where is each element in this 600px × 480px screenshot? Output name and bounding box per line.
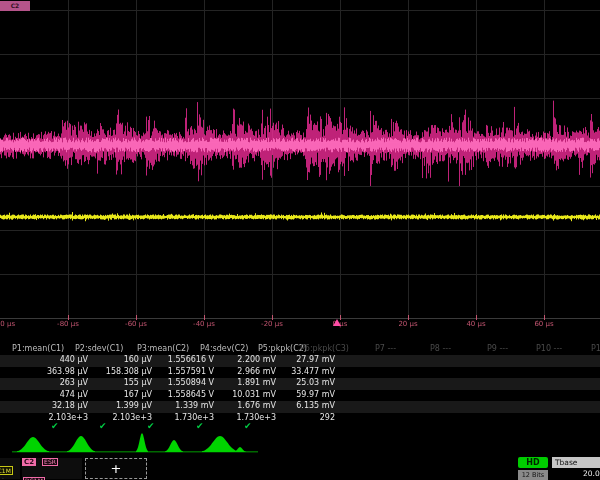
c2-esr-badge: ESR	[42, 458, 58, 466]
oscilloscope-screen: C2 -100 µs-80 µs-60 µs-40 µs-20 µs0 µs20…	[0, 0, 600, 480]
c2-channel-badge: C2	[22, 458, 36, 466]
time-axis-tick-label: -60 µs	[125, 320, 147, 328]
c1-coupling-badge: DC1M	[0, 466, 13, 475]
hd-mode-badge[interactable]: HD	[518, 457, 548, 468]
add-trace-button[interactable]: +	[85, 458, 147, 479]
timebase-descriptor-box[interactable]: Tbase	[552, 457, 600, 468]
c2-descriptor-box[interactable]: C2 ESR DC1M 10.0 mV	[22, 458, 82, 479]
waveform-display[interactable]	[0, 0, 600, 480]
hd-bits-label: 12 Bits	[518, 470, 548, 480]
c2-badge-row: C2 ESR DC1M	[22, 458, 82, 480]
c1-vertical-scale: 0 mV	[0, 477, 20, 479]
trigger-time-marker-icon	[333, 319, 341, 326]
active-trace-badge[interactable]: C2	[0, 1, 30, 11]
time-axis-tick-label: 20 µs	[398, 320, 417, 328]
c1-descriptor-box[interactable]: DC1M 0 mV	[0, 458, 20, 479]
timebase-scale: 20.0 µs	[583, 469, 600, 478]
c1-coupling-row: DC1M	[0, 458, 20, 477]
time-axis-tick-label: -80 µs	[57, 320, 79, 328]
time-axis-tick-label: -20 µs	[261, 320, 283, 328]
time-axis-tick-label: -100 µs	[0, 320, 15, 328]
time-axis-tick-label: 60 µs	[534, 320, 553, 328]
time-axis-tick-label: 40 µs	[466, 320, 485, 328]
time-axis-tick-label: -40 µs	[193, 320, 215, 328]
